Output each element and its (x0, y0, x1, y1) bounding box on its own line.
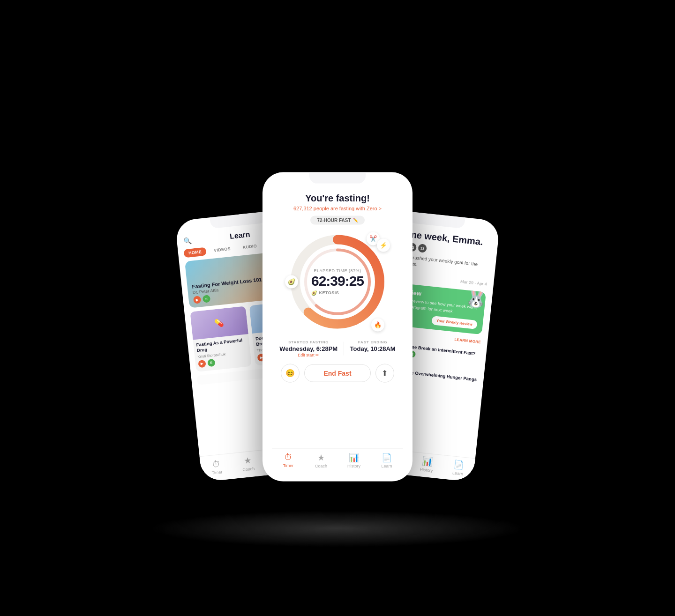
avocado-icon: 🥑 (285, 275, 298, 288)
share-button[interactable]: ⬆ (375, 364, 394, 382)
ketosis-indicator: 🥑 KETOSIS (311, 290, 364, 295)
learn-icon-right: 📄 (453, 459, 464, 470)
phone-center: You're fasting! 627,312 people are fasti… (262, 172, 412, 481)
learn-nav-icon-center: 📄 (382, 452, 392, 462)
nav-learn-right[interactable]: 📄 Learn (442, 458, 475, 477)
coach-icon-left: ★ (243, 455, 252, 466)
timer-value: 62:39:25 (311, 273, 364, 288)
e-badge: E (202, 295, 211, 303)
nav-history-label-center: History (347, 463, 360, 468)
fast-type-badge[interactable]: 72-HOUR FAST ✏️ (310, 215, 364, 224)
nav-timer-label-center: Timer (283, 463, 294, 468)
streak-dot-4: 13 (418, 244, 427, 253)
bolt2-icon: 🔥 (371, 318, 384, 331)
learn-card-0[interactable]: 💊 Fasting As a Powerful Drug Kristi Stor… (190, 306, 252, 371)
center-phone-content: You're fasting! 627,312 people are fasti… (262, 172, 412, 481)
nav-timer-center[interactable]: ⏱ Timer (272, 453, 305, 468)
time-divider (344, 341, 344, 355)
play-badge[interactable]: ▶ (193, 296, 202, 304)
nav-coach-left[interactable]: ★ Coach (232, 454, 265, 473)
your-weekly-review-button[interactable]: Your Weekly Review (431, 316, 478, 329)
timer-display: Elapsed time (87%) 62:39:25 🥑 KETOSIS (311, 268, 364, 295)
search-icon[interactable]: 🔍 (183, 237, 192, 245)
nav-history-label-right: History (420, 467, 433, 473)
nav-timer-label-left: Timer (211, 469, 223, 475)
fasting-heading: You're fasting! (305, 193, 370, 203)
week-date-range: Mar 29 - Apr 4 (460, 279, 488, 286)
history-icon-right: 📊 (421, 456, 433, 467)
end-fast-button[interactable]: End Fast (304, 364, 370, 382)
history-nav-icon-center: 📊 (349, 452, 359, 462)
nav-learn-label-right: Learn (452, 470, 464, 476)
nav-timer-left[interactable]: ⏱ Timer (200, 457, 233, 476)
scene: 🔍 Learn 👤 HOME VIDEOS AUDIO ARTICLES (80, 51, 595, 566)
elapsed-label: Elapsed time (87%) (311, 268, 364, 273)
smiley-button[interactable]: 😊 (281, 364, 300, 382)
nav-coach-center[interactable]: ★ Coach (305, 452, 338, 468)
center-bottom-nav: ⏱ Timer ★ Coach 📊 History 📄 Learn (272, 448, 403, 474)
card-e-badge-0: E (207, 358, 216, 367)
edit-fast-icon[interactable]: ✏️ (353, 218, 358, 223)
fasting-count[interactable]: 627,312 people are fasting with Zero > (293, 205, 382, 211)
fast-ending-col: FAST ENDING Today, 10:28AM (350, 340, 396, 357)
center-phone-notch (309, 172, 366, 183)
timer-icon-left: ⏱ (211, 459, 221, 469)
card-body-0: Fasting As a Powerful Drug Kristi Storos… (193, 334, 252, 371)
nav-coach-label-center: Coach (315, 463, 327, 468)
nav-history-right[interactable]: 📊 History (410, 455, 443, 474)
learn-more-link[interactable]: LEARN MORE (454, 337, 481, 344)
card-play-badge-0[interactable]: ▶ (198, 359, 206, 368)
nav-coach-label-left: Coach (242, 466, 255, 472)
started-label: STARTED FASTING (279, 340, 338, 344)
timer-ring: 🥑 ✂️ ⚡ 🔥 Elapsed time (87%) 62:39:25 🥑 K… (286, 230, 389, 333)
timer-nav-icon: ⏱ (284, 453, 292, 462)
started-fasting-col: STARTED FASTING Wednesday, 6:28PM Edit s… (279, 340, 338, 357)
ketosis-label: KETOSIS (319, 290, 339, 295)
nav-history-center[interactable]: 📊 History (338, 452, 370, 468)
ketosis-icon: 🥑 (311, 290, 317, 295)
ending-label: FAST ENDING (350, 340, 396, 344)
fast-times-row: STARTED FASTING Wednesday, 6:28PM Edit s… (272, 340, 403, 357)
nav-learn-center[interactable]: 📄 Learn (370, 452, 403, 468)
card-icon-0: 💊 (214, 318, 225, 327)
started-value: Wednesday, 6:28PM (279, 345, 338, 352)
bolt1-icon: ⚡ (377, 238, 390, 252)
ending-value: Today, 10:28AM (350, 345, 396, 352)
coach-nav-icon-center: ★ (317, 452, 325, 462)
fast-badge-label: 72-HOUR FAST (317, 217, 351, 223)
nav-learn-label-center: Learn (381, 463, 392, 468)
end-fast-row: 😊 End Fast ⬆ (272, 364, 403, 382)
edit-start[interactable]: Edit start ✏ (279, 352, 338, 357)
